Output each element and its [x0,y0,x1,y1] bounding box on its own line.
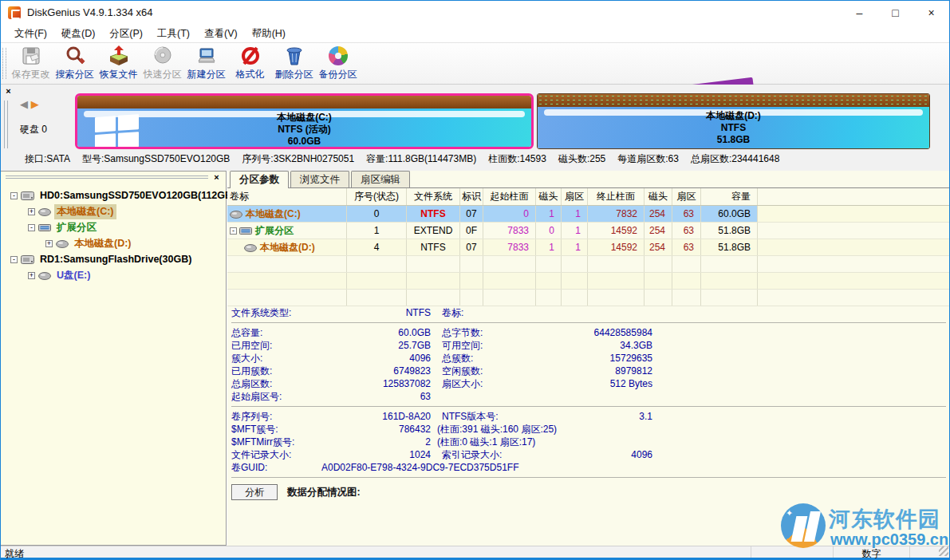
disk-index-label: 硬盘 0 [20,123,47,136]
save-changes-button[interactable]: 保存更改 [9,45,53,83]
prev-disk-icon[interactable]: ◀ [20,98,28,110]
partition-bar-body: 本地磁盘(D:) NTFS 51.8GB [538,107,929,148]
tab-browse-files[interactable]: 浏览文件 [290,171,349,187]
toolbar-gripper[interactable] [2,48,6,79]
table-empty-row [227,256,949,273]
menu-help[interactable]: 帮助(H) [245,26,293,42]
partition-detail-panel: 分区参数 浏览文件 扇区编辑 卷标 序号(状态) 文件系统 标识 起始柱面 磁头… [227,171,949,546]
tree-item-hd0[interactable]: - HD0:SamsungSSD750EVO120GB(112GB) [1,187,226,203]
diskgenius-logo-icon [8,6,21,19]
search-icon [64,45,86,67]
disk-tree-panel: × - HD0:SamsungSSD750EVO120GB(112GB) + 本… [1,171,227,546]
collapse-icon[interactable]: - [10,192,18,199]
table-empty-row [227,290,949,306]
detail-label: 卷标: [442,306,576,319]
detail-value: NTFS [365,306,431,319]
expand-icon[interactable]: + [28,272,35,279]
tab-partition-params[interactable]: 分区参数 [230,171,289,188]
tree-item-usb-e[interactable]: + U盘(E:) [1,267,226,283]
star-icon: ✦ [786,508,793,519]
watermark-site-name: 河东软件园 [829,505,940,534]
partition-icon [38,207,51,216]
quick-partition-icon [152,45,174,67]
analyze-button[interactable]: 分析 [231,484,278,500]
divider [231,406,946,407]
tree-item-rd1[interactable]: - RD1:SamsungFlashDrive(30GB) [1,251,226,267]
expand-icon[interactable]: + [45,240,53,247]
delete-partition-button[interactable]: 删除分区 [272,45,316,83]
watermark-url: www.pc0359.cn [830,530,948,549]
tree-item-local-c[interactable]: + 本地磁盘(C:) [1,203,226,219]
table-empty-row [227,273,949,290]
partition-bar-c[interactable]: 本地磁盘(C:) NTFS (活动) 60.0GB [75,93,534,149]
tab-sector-edit[interactable]: 扇区编辑 [351,171,410,187]
disk-info-model: 型号:SamsungSSD750EVO120GB [82,152,230,166]
toolbar-label: 保存更改 [12,68,50,81]
table-row-local-d[interactable]: 本地磁盘(D:) 4 NTFS 07 7833 1 1 14592 254 63… [227,239,949,256]
toolbar-label: 恢复文件 [100,68,138,81]
next-disk-icon[interactable]: ▶ [31,98,39,110]
delete-partition-icon [283,45,305,67]
collapse-icon[interactable]: - [230,227,237,235]
partition-icon [244,243,257,252]
partition-bar-body: 本地磁盘(C:) NTFS (活动) 60.0GB [77,108,531,147]
recover-files-icon [108,45,130,67]
menu-disk[interactable]: 硬盘(D) [54,26,102,42]
minimize-button[interactable]: – [842,1,877,25]
menu-partition[interactable]: 分区(P) [102,26,150,42]
disk-info-total-sectors: 总扇区数:234441648 [691,152,779,166]
detail-value [576,306,652,319]
tree-item-extended[interactable]: - 扩展分区 [1,219,226,235]
tree-panel-gripper[interactable] [6,175,208,179]
toolbar-label: 备份分区 [319,68,357,81]
menu-tools[interactable]: 工具(T) [150,26,197,42]
search-partition-button[interactable]: 搜索分区 [53,45,97,83]
expand-icon[interactable]: + [28,208,35,215]
partition-details: 文件系统类型: NTFS 卷标: 总容量:60.0GB总字节数:64428585… [231,306,946,500]
volume-guid: A0D02F80-E798-4324-9DC9-7ECD375D51FF [321,461,518,474]
watermark: ✦ 河东软件园 www.pc0359.cn [781,502,944,551]
partition-icon [38,271,51,280]
maximize-button[interactable]: □ [877,1,913,25]
tab-strip: 分区参数 浏览文件 扇区编辑 [227,171,949,188]
allocation-map-label: 数据分配情况图: [287,486,361,499]
table-row-extended[interactable]: -扩展分区 1 EXTEND 0F 7833 0 1 14592 254 63 … [227,223,949,239]
panel-gripper[interactable] [4,101,8,148]
diskgenius-window: DiskGenius V4.9.1.334 x64 – □ × 文件(F) 硬盘… [0,0,950,560]
recover-files-button[interactable]: 恢复文件 [97,45,140,83]
menu-bar: 文件(F) 硬盘(D) 分区(P) 工具(T) 查看(V) 帮助(H) [1,25,949,42]
save-icon [20,45,42,67]
partition-bar-d[interactable]: 本地磁盘(D:) NTFS 51.8GB [537,93,930,149]
toolbar: 保存更改 搜索分区 恢复文件 快速分区 [1,42,949,85]
extended-partition-icon [38,223,51,232]
toolbar-label: 快速分区 [144,68,182,81]
table-header-row[interactable]: 卷标 序号(状态) 文件系统 标识 起始柱面 磁头 扇区 终止柱面 磁头 扇区 … [227,188,949,206]
pc0359-logo-icon: ✦ [781,503,826,548]
tree-panel-close-icon[interactable]: × [211,172,222,183]
tree-item-local-d[interactable]: + 本地磁盘(D:) [1,235,226,251]
quick-partition-button[interactable]: 快速分区 [140,45,184,83]
title-bar[interactable]: DiskGenius V4.9.1.334 x64 – □ × [1,1,949,25]
window-title: DiskGenius V4.9.1.334 x64 [27,6,153,18]
partition-bar-text: 本地磁盘(C:) NTFS (活动) 60.0GB [77,112,531,148]
collapse-icon[interactable]: - [10,256,18,263]
close-button[interactable]: × [913,1,949,25]
disk-info-interface: 接口:SATA [25,152,70,166]
disk-info-capacity: 容量:111.8GB(114473MB) [366,152,476,166]
panel-close-icon[interactable]: × [3,86,14,97]
status-text: 就绪 [5,547,24,560]
disk-info-sectors-per-track: 每道扇区数:63 [617,152,679,166]
backup-partition-icon [327,45,349,67]
table-row-local-c[interactable]: 本地磁盘(C:) 0 NTFS 07 0 1 1 7832 254 63 60.… [227,206,949,223]
collapse-icon[interactable]: - [28,224,35,231]
detail-label: 文件系统类型: [231,306,365,319]
backup-partition-button[interactable]: 备份分区 [316,45,360,83]
format-icon [239,45,262,67]
disk-info-line: 接口:SATA 型号:SamsungSSD750EVO120GB 序列号:3SK… [25,152,946,166]
format-button[interactable]: 格式化 [228,45,272,83]
menu-file[interactable]: 文件(F) [7,26,54,42]
status-segment [751,546,751,558]
menu-view[interactable]: 查看(V) [197,26,245,42]
toolbar-label: 新建分区 [187,68,226,81]
new-partition-button[interactable]: 新建分区 [184,45,228,83]
